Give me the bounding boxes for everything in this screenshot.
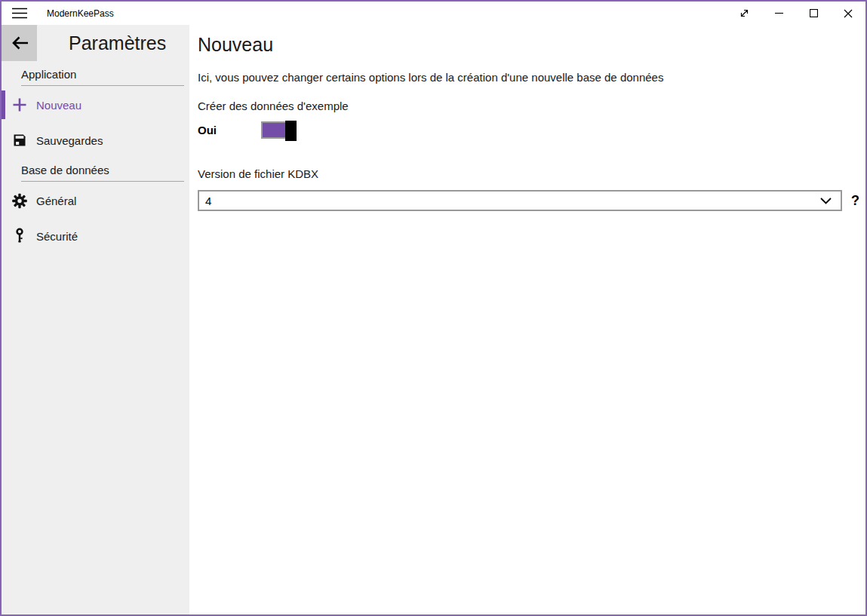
section-label-base-de-donnees: Base de données bbox=[21, 164, 184, 182]
sidebar-item-securite[interactable]: Sécurité bbox=[2, 219, 189, 253]
sidebar-item-label: Sécurité bbox=[36, 230, 78, 243]
hamburger-menu-button[interactable] bbox=[2, 2, 37, 25]
kdbx-version-row: 4 ? bbox=[198, 190, 865, 211]
page-description: Ici, vous pouvez changer certains option… bbox=[198, 71, 865, 84]
close-icon bbox=[844, 9, 853, 18]
sidebar-item-nouveau[interactable]: Nouveau bbox=[2, 88, 189, 121]
app-title: ModernKeePass bbox=[47, 8, 114, 19]
minimize-icon bbox=[775, 9, 783, 17]
sample-data-label: Créer des données d'exemple bbox=[198, 100, 865, 112]
settings-heading: Paramètres bbox=[69, 32, 166, 54]
kdbx-version-value: 4 bbox=[205, 195, 211, 207]
settings-sidebar: Paramètres Application Nouveau bbox=[2, 25, 189, 614]
sidebar-item-label: Sauvegardes bbox=[36, 134, 103, 147]
section-label-application: Application bbox=[21, 68, 184, 86]
kdbx-version-label: Version de fichier KDBX bbox=[198, 167, 865, 180]
app-window: ModernKeePass bbox=[0, 0, 867, 616]
help-button[interactable]: ? bbox=[851, 193, 859, 209]
diagonal-resize-icon bbox=[739, 8, 749, 18]
gear-icon bbox=[12, 193, 27, 208]
key-icon bbox=[12, 228, 27, 244]
page-title: Nouveau bbox=[198, 34, 865, 56]
kdbx-version-select[interactable]: 4 bbox=[198, 190, 842, 211]
sidebar-item-general[interactable]: Général bbox=[2, 184, 189, 217]
minimize-button[interactable] bbox=[761, 2, 796, 25]
back-arrow-icon bbox=[11, 35, 29, 51]
maximize-button[interactable] bbox=[796, 2, 831, 25]
fullscreen-button[interactable] bbox=[727, 2, 761, 25]
titlebar: ModernKeePass bbox=[2, 2, 865, 25]
hamburger-icon bbox=[12, 8, 27, 19]
app-body: Paramètres Application Nouveau bbox=[2, 25, 865, 614]
chevron-down-icon bbox=[820, 198, 832, 204]
settings-page-nouveau: Nouveau Ici, vous pouvez changer certain… bbox=[189, 25, 865, 614]
sample-data-toggle[interactable] bbox=[261, 121, 297, 139]
sidebar-item-sauvegardes[interactable]: Sauvegardes bbox=[2, 124, 189, 157]
toggle-knob[interactable] bbox=[285, 121, 297, 141]
maximize-icon bbox=[810, 9, 818, 17]
plus-icon bbox=[12, 97, 27, 112]
sample-data-toggle-row: Oui bbox=[198, 120, 865, 140]
sidebar-header: Paramètres bbox=[2, 25, 189, 61]
titlebar-drag-area bbox=[114, 2, 727, 25]
sidebar-item-label: Général bbox=[36, 195, 76, 207]
save-icon bbox=[12, 133, 27, 148]
selection-indicator bbox=[2, 90, 5, 119]
close-button[interactable] bbox=[831, 2, 865, 25]
back-button[interactable] bbox=[2, 25, 37, 61]
sidebar-item-label: Nouveau bbox=[36, 99, 81, 112]
toggle-state-label: Oui bbox=[198, 124, 261, 136]
